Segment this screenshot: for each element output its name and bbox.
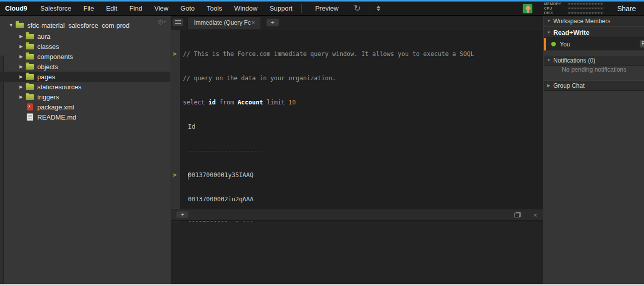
chevron-right-icon[interactable]: ▶ xyxy=(18,44,24,49)
tree-item-objects[interactable]: ▶ objects xyxy=(0,62,170,72)
permission-badge: R xyxy=(639,40,644,48)
chevron-down-icon: ▼ xyxy=(544,58,553,63)
comment-line: // query on the data in your organizatio… xyxy=(183,74,538,82)
refresh-icon[interactable]: ↻ xyxy=(349,4,366,13)
tree-label: README.md xyxy=(37,113,76,121)
tree-label: components xyxy=(37,53,73,61)
cloud9-ide-window: Cloud9 Salesforce File Edit Find View Go… xyxy=(0,0,644,286)
tree-item-triggers[interactable]: ▶ triggers xyxy=(0,92,170,102)
query-line: select id from Account limit 10 xyxy=(183,98,538,106)
folder-icon xyxy=(26,44,34,49)
menu-edit[interactable]: Edit xyxy=(100,5,123,12)
folder-icon xyxy=(26,64,34,70)
chevron-right-icon[interactable]: ▶ xyxy=(18,54,24,59)
section-title: Workspace Members xyxy=(553,18,610,25)
object-account: Account xyxy=(234,99,267,106)
console-new-tab-button[interactable]: + xyxy=(176,211,189,219)
no-notifications-text: No pending notifications xyxy=(544,66,644,73)
immediate-query-editor[interactable]: > > // This is the Force.com immediate q… xyxy=(171,30,543,222)
folder-icon xyxy=(16,23,24,28)
tree-label: package.xml xyxy=(37,103,74,111)
chevron-right-icon[interactable]: ▶ xyxy=(18,34,24,39)
record-id: 00137000001y35IAAQ xyxy=(183,171,538,179)
folder-icon xyxy=(26,74,34,80)
member-row-you[interactable]: You R xyxy=(544,38,644,50)
menu-view[interactable]: View xyxy=(148,5,174,12)
chevron-right-icon[interactable]: ▶ xyxy=(18,64,24,69)
result-header: Id xyxy=(183,123,538,131)
xml-file-icon xyxy=(27,103,33,110)
preview-button[interactable]: Preview xyxy=(305,5,348,12)
menubar-divider xyxy=(369,4,369,13)
cloud9-logo[interactable]: Cloud9 xyxy=(0,5,34,12)
chevron-down-icon: ▼ xyxy=(544,30,553,35)
group-chat-header[interactable]: ▶ Group Chat xyxy=(544,80,644,91)
tree-label: classes xyxy=(37,43,59,50)
prompt-chevron: > xyxy=(173,171,176,179)
page-bottom-edge xyxy=(0,284,644,286)
tab-list-icon[interactable] xyxy=(172,18,183,26)
keyword-limit: limit xyxy=(267,99,285,106)
folder-icon xyxy=(26,94,34,100)
tree-label: sfdc-material_salesforce_com-prod xyxy=(27,22,130,29)
menu-find[interactable]: Find xyxy=(123,5,148,12)
console-close-icon[interactable]: × xyxy=(527,211,543,219)
memory-gauge-bar xyxy=(567,3,604,5)
salesforce-status-icon[interactable] xyxy=(523,4,533,14)
tree-item-aura[interactable]: ▶ aura xyxy=(0,31,170,41)
online-status-dot xyxy=(551,42,556,46)
section-title: Notifications (0) xyxy=(553,57,595,64)
cpu-gauge-bar xyxy=(567,7,604,10)
tree-item-staticresources[interactable]: ▶ staticresources xyxy=(0,82,170,92)
tree-item-pages[interactable]: ▶ pages xyxy=(0,72,170,82)
member-name: You xyxy=(560,41,570,48)
tree-item-classes[interactable]: ▶ classes xyxy=(0,41,170,51)
tree-label: triggers xyxy=(37,93,59,101)
tree-item-root[interactable]: ▼ sfdc-material_salesforce_com-prod xyxy=(0,20,170,30)
memory-label: MEMORY xyxy=(544,2,563,6)
menu-tools[interactable]: Tools xyxy=(201,5,228,12)
tree-label: pages xyxy=(37,73,55,81)
keyword-from: from xyxy=(219,99,234,106)
menu-support[interactable]: Support xyxy=(264,5,299,12)
disk-label: DISK xyxy=(544,11,563,15)
chevron-right-icon[interactable]: ▶ xyxy=(18,94,24,99)
read-write-group-header[interactable]: ▼ Read+Write xyxy=(544,27,644,38)
menu-window[interactable]: Window xyxy=(228,5,264,12)
collapse-stepper-icon[interactable] xyxy=(372,6,384,11)
restore-panel-icon[interactable] xyxy=(514,212,521,217)
chevron-right-icon[interactable]: ▶ xyxy=(18,74,24,79)
workspace-members-header[interactable]: ▼ Workspace Members xyxy=(544,16,644,26)
tab-immediate-query[interactable]: Immediate (Query Fo × xyxy=(187,16,261,29)
menubar: Cloud9 Salesforce File Edit Find View Go… xyxy=(0,2,644,16)
cpu-label: CPU xyxy=(544,7,563,10)
console-tabbar: + × xyxy=(171,209,543,221)
result-divider: -------------------- xyxy=(183,147,538,155)
file-tree-panel: ⚙▾ ▼ sfdc-material_salesforce_com-prod ▶… xyxy=(0,16,170,284)
section-title: Read+Write xyxy=(553,29,590,36)
tab-label: Immediate (Query Fo xyxy=(194,19,250,26)
chevron-down-icon: ▼ xyxy=(544,19,553,23)
tree-item-readme-md[interactable]: README.md xyxy=(0,112,170,122)
share-button[interactable]: Share xyxy=(609,2,644,15)
folder-icon xyxy=(26,84,34,90)
chevron-right-icon: ▶ xyxy=(544,83,553,88)
menu-file[interactable]: File xyxy=(77,5,100,12)
resource-gauges: MEMORY CPU DISK xyxy=(539,2,609,15)
prompt-chevron: > xyxy=(173,50,176,58)
new-tab-button[interactable]: + xyxy=(266,18,279,27)
tree-item-package-xml[interactable]: package.xml xyxy=(0,102,170,112)
chevron-right-icon[interactable]: ▶ xyxy=(18,84,24,89)
text-cursor xyxy=(188,173,188,180)
section-title: Group Chat xyxy=(553,82,585,89)
editor-gutter xyxy=(171,30,180,222)
notifications-header[interactable]: ▼ Notifications (0) xyxy=(544,55,644,66)
menu-goto[interactable]: Goto xyxy=(174,5,201,12)
tab-close-icon[interactable]: × xyxy=(251,19,255,26)
collaboration-sidebar: ▼ Workspace Members ▼ Read+Write You R ▼… xyxy=(544,16,644,284)
tree-item-components[interactable]: ▶ components xyxy=(0,51,170,62)
menu-salesforce[interactable]: Salesforce xyxy=(34,5,77,12)
menubar-divider xyxy=(301,4,302,13)
chevron-down-icon[interactable]: ▼ xyxy=(8,23,14,28)
console-panel[interactable] xyxy=(171,221,543,284)
